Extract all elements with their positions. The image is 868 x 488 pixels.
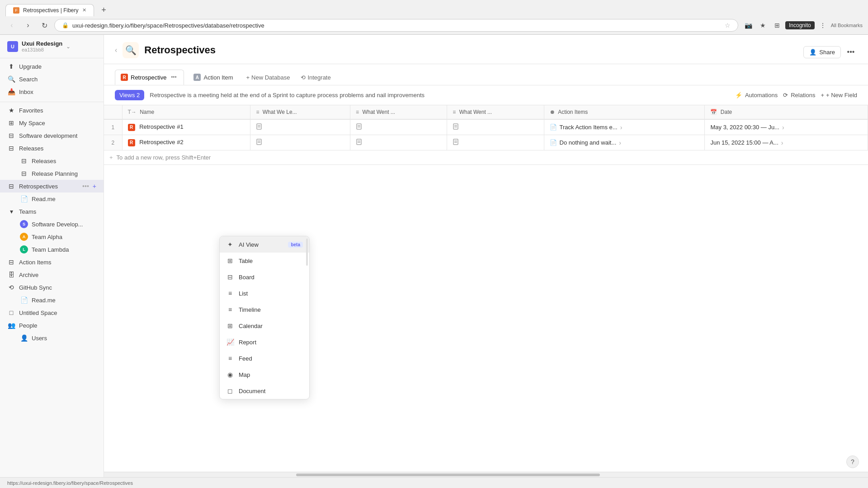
dropdown-item-ai-view[interactable]: ✦ AI View beta	[220, 236, 309, 253]
sidebar-item-readme[interactable]: 📄 Read.me	[7, 192, 104, 205]
extensions-icon[interactable]: ⊞	[771, 19, 783, 32]
dropdown-item-map[interactable]: ◉ Map	[220, 366, 309, 383]
back-button[interactable]: ‹	[5, 19, 18, 32]
browser-right-icons: 📷 ★ ⊞ Incognito ⋮ All Bookmarks	[742, 19, 863, 32]
sidebar-item-inbox[interactable]: 📥 Inbox	[0, 85, 104, 98]
sidebar-item-team-lambda[interactable]: L Team Lambda	[7, 243, 104, 256]
sidebar-item-github-sync[interactable]: ⟲ GitHub Sync	[0, 281, 104, 294]
browser-tab-active[interactable]: F Retrospectives | Fibery ✕	[5, 4, 94, 16]
row1-wwg[interactable]	[350, 119, 447, 135]
row1-date-expand[interactable]: ›	[782, 124, 784, 131]
sidebar-item-search[interactable]: 🔍 Search	[0, 73, 104, 85]
sidebar-item-team-alpha[interactable]: A Team Alpha	[7, 230, 104, 243]
sidebar-item-software-develop[interactable]: S Software Develop...	[7, 218, 104, 230]
tab-retrospective[interactable]: R Retrospective •••	[115, 70, 184, 85]
col-what-went-good[interactable]: ≡ What Went ...	[350, 105, 447, 119]
sidebar-collapse-button[interactable]: ‹	[115, 46, 117, 54]
row2-name[interactable]: R Retrospective #2	[122, 135, 250, 150]
sidebar-item-releases-group[interactable]: ⊟ Releases	[0, 142, 104, 155]
dropdown-item-table[interactable]: ⊞ Table	[220, 253, 309, 269]
map-icon: ◉	[226, 371, 234, 379]
dropdown-item-report[interactable]: 📈 Report	[220, 334, 309, 350]
dropdown-item-board[interactable]: ⊟ Board	[220, 269, 309, 285]
sidebar-item-favorites[interactable]: ★ Favorites	[0, 104, 104, 117]
bookmark-icon-btn[interactable]: ★	[756, 19, 769, 32]
automations-button[interactable]: ⚡ Automations	[735, 92, 778, 99]
relations-button[interactable]: ⟳ Relations	[783, 92, 815, 99]
automations-label: Automations	[745, 92, 778, 99]
sidebar-item-upgrade[interactable]: ⬆ Upgrade	[0, 60, 104, 73]
sidebar-item-users[interactable]: 👤 Users	[7, 332, 104, 344]
scroll-thumb[interactable]	[296, 474, 600, 476]
row1-action-items[interactable]: 📄 Track Action Items e... ›	[544, 119, 705, 135]
sidebar-item-releases[interactable]: ⊟ Releases	[7, 155, 104, 167]
releases-label: Releases	[32, 158, 96, 164]
row1-name[interactable]: R Retrospective #1	[122, 119, 250, 135]
dropdown-scrollbar[interactable]	[306, 239, 308, 266]
dropdown-item-calendar[interactable]: ⊞ Calendar	[220, 318, 309, 334]
row1-date[interactable]: May 3, 2022 00:30 — Ju... ›	[705, 119, 868, 135]
views-badge[interactable]: Views 2	[115, 90, 144, 100]
col-action-items[interactable]: ⏺ Action Items	[544, 105, 705, 119]
sidebar-item-action-items[interactable]: ⊟ Action Items	[0, 256, 104, 268]
col-name[interactable]: T→ Name	[122, 105, 250, 119]
row2-action-items[interactable]: 📄 Do nothing and wait... ›	[544, 135, 705, 150]
more-options-button[interactable]: •••	[844, 46, 857, 58]
col-what-we-learned[interactable]: ≡ What We Le...	[250, 105, 350, 119]
col-date[interactable]: 📅 Date	[705, 105, 868, 119]
dropdown-item-document[interactable]: ◻ Document	[220, 383, 309, 399]
row2-wwb[interactable]	[447, 135, 544, 150]
browser-toolbar: ‹ › ↻ 🔒 uxui-redesign.fibery.io/fibery/s…	[0, 16, 868, 34]
sidebar-item-software-dev[interactable]: ⊟ Software development	[0, 129, 104, 142]
sidebar-item-untitled-space[interactable]: □ Untitled Space	[0, 306, 104, 319]
new-database-button[interactable]: + New Database	[243, 71, 294, 84]
col-what-went-bad[interactable]: ≡ What Went ...	[447, 105, 544, 119]
retrospectives-add-button[interactable]: +	[93, 183, 96, 190]
search-label: Search	[19, 76, 96, 83]
workspace-header[interactable]: U Uxui Redesign ea131bb8 ⌄	[0, 35, 104, 58]
row1-wwl[interactable]	[250, 119, 350, 135]
sidebar-item-github-readme[interactable]: 📄 Read.me	[7, 294, 104, 306]
forward-button[interactable]: ›	[22, 19, 34, 32]
dropdown-item-timeline[interactable]: ≡ Timeline	[220, 301, 309, 318]
retrospective-tab-more[interactable]: •••	[169, 73, 178, 82]
sidebar-item-myspace[interactable]: ⊞ My Space	[0, 117, 104, 129]
row2-wwl[interactable]	[250, 135, 350, 150]
horizontal-scrollbar[interactable]	[104, 472, 868, 477]
share-icon: 👤	[809, 49, 816, 56]
dropdown-item-list[interactable]: ≡ List	[220, 285, 309, 301]
sidebar-item-teams[interactable]: ▾ Teams	[0, 205, 104, 218]
add-row-hint[interactable]: + To add a new row, press Shift+Enter	[104, 150, 868, 165]
row1-wwb[interactable]	[447, 119, 544, 135]
document-label: Document	[239, 388, 303, 394]
svg-rect-3	[357, 124, 361, 129]
reload-button[interactable]: ↻	[38, 19, 51, 32]
col-ai-label: Action Items	[558, 109, 588, 115]
workspace-chevron[interactable]: ⌄	[66, 43, 71, 50]
new-tab-button[interactable]: +	[98, 4, 110, 16]
row2-wwg[interactable]	[350, 135, 447, 150]
retrospectives-more-icon[interactable]: •••	[82, 183, 89, 190]
menu-icon[interactable]: ⋮	[816, 19, 829, 32]
action-item-tab-label: Action Item	[203, 74, 233, 81]
sidebar-item-release-planning[interactable]: ⊟ Release Planning	[7, 167, 104, 180]
row1-action-items-expand[interactable]: ›	[620, 124, 623, 131]
row2-action-items-expand[interactable]: ›	[619, 139, 621, 146]
address-bar[interactable]: 🔒 uxui-redesign.fibery.io/fibery/space/R…	[54, 19, 738, 32]
integrate-button[interactable]: ⟲ Integrate	[297, 71, 334, 84]
incognito-badge[interactable]: Incognito	[785, 21, 815, 29]
sidebar-item-archive[interactable]: 🗄 Archive	[0, 268, 104, 281]
new-field-button[interactable]: + + New Field	[821, 92, 857, 99]
share-button[interactable]: 👤 Share	[803, 46, 841, 58]
row2-date[interactable]: Jun 15, 2022 15:00 — A... ›	[705, 135, 868, 150]
help-button[interactable]: ?	[846, 455, 859, 468]
sidebar-item-people[interactable]: 👥 People	[0, 319, 104, 332]
tab-action-item[interactable]: A Action Item	[188, 70, 239, 84]
row2-date-expand[interactable]: ›	[781, 139, 783, 146]
screenshot-icon[interactable]: 📷	[742, 19, 755, 32]
dropdown-item-feed[interactable]: ≡ Feed	[220, 350, 309, 366]
sidebar-item-retrospectives[interactable]: ⊟ Retrospectives ••• +	[0, 180, 104, 192]
main-content: ‹ 🔍 Retrospectives 👤 Share ••• R Retrosp…	[104, 35, 868, 477]
tab-close-button[interactable]: ✕	[82, 7, 86, 13]
view-type-dropdown[interactable]: ✦ AI View beta ⊞ Table ⊟ Board ≡ List	[219, 236, 310, 399]
